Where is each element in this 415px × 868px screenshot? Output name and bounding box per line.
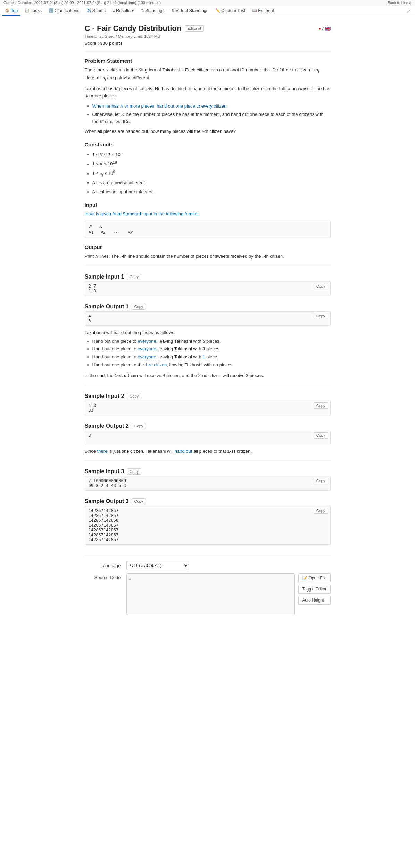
input-desc: Input is given from Standard Input in th… [85, 211, 331, 218]
custom-test-icon: ✏️ [215, 8, 220, 13]
sample-output-2-inner-copy-btn[interactable]: Copy [314, 432, 328, 439]
constraint-1: 1 ≤ N ≤ 2 × 105 [92, 150, 331, 159]
editor-buttons: 📝 Open File Toggle Editor Auto Height [298, 573, 330, 605]
nav-item-editorial[interactable]: 📖 Editorial [249, 6, 276, 16]
sample-output-1-box: 43 Copy [85, 311, 331, 326]
sample-input-1-heading-row: Sample Input 1 Copy [85, 274, 331, 280]
divider-1 [85, 51, 331, 52]
source-label: Source Code [85, 573, 126, 580]
editor-section: Language C++ (GCC 9.2.1) C (GCC 9.2.1) J… [85, 555, 331, 615]
explanation-1-bullet-2: Hand out one piece to everyone, leaving … [92, 346, 331, 353]
input-format-box: N Ka1 a2 ... aN [85, 221, 331, 238]
nav-item-virtual-standings[interactable]: ⇅ Virtual Standings [169, 6, 211, 16]
lang-flags: ● / 🇬🇧 [319, 26, 331, 31]
language-select[interactable]: C++ (GCC 9.2.1) C (GCC 9.2.1) Java (Open… [126, 561, 189, 570]
statement-line-3: When all pieces are handed out, how many… [85, 128, 331, 135]
source-editor[interactable]: 1 [126, 573, 295, 615]
score-line: Score : 300 points [85, 41, 331, 46]
editorial-icon: 📖 [252, 8, 257, 13]
nav-item-submit[interactable]: ✈️ Submit [84, 6, 109, 16]
sample-input-2-content: 1 333 [89, 403, 96, 413]
sample-output-3-heading-row: Sample Output 3 Copy [85, 498, 331, 504]
sample-input-3-copy-btn[interactable]: Copy [127, 468, 141, 475]
nav-item-top[interactable]: 🏠 Top [2, 6, 20, 16]
nav-bar: 🏠 Top 📋 Tasks ℹ️ Clarifications ✈️ Submi… [0, 6, 415, 16]
constraint-3: 1 ≤ ai ≤ 109 [92, 169, 331, 178]
source-code-row: Source Code 1 📝 Open File Toggle Editor … [85, 573, 331, 615]
standings-icon: ⇅ [141, 8, 144, 13]
input-format: N Ka1 a2 ... aN [89, 224, 133, 234]
sample-input-1-box: 2 71 8 Copy [85, 281, 331, 296]
problem-title: C - Fair Candy Distribution [85, 24, 182, 33]
sample-input-1-inner-copy-btn[interactable]: Copy [314, 283, 328, 289]
nav-label-standings: Standings [145, 8, 165, 13]
constraints-list: 1 ≤ N ≤ 2 × 105 1 ≤ K ≤ 1018 1 ≤ ai ≤ 10… [85, 150, 331, 196]
sample-input-1-heading: Sample Input 1 [85, 274, 124, 280]
sample-output-3-content: 1428571428571428571428571428571428581428… [89, 508, 119, 542]
line-number: 1 [129, 576, 131, 581]
back-to-home[interactable]: Back to Home [388, 1, 412, 5]
sample-output-3-inner-copy-btn[interactable]: Copy [314, 508, 328, 514]
nav-label-virtual-standings: Virtual Standings [176, 8, 208, 13]
output-desc: Print N lines. The i-th line should cont… [85, 253, 331, 260]
nav-label-editorial: Editorial [258, 8, 274, 13]
main-content: C - Fair Candy Distribution Editorial ● … [79, 16, 336, 629]
explanation-1-intro: Takahashi will hand out the pieces as fo… [85, 329, 331, 337]
flag-jp: ● [319, 27, 321, 31]
nav-label-clarifications: Clarifications [55, 8, 80, 13]
sample-input-1-copy-btn[interactable]: Copy [127, 274, 141, 280]
nav-item-custom-test[interactable]: ✏️ Custom Test [213, 6, 248, 16]
sample-input-2-box: 1 333 Copy [85, 401, 331, 415]
top-bar: Contest Duration: 2021-07-04(Sun) 20:00 … [0, 0, 415, 6]
divider-3 [85, 385, 331, 385]
sample-output-3-copy-btn[interactable]: Copy [132, 498, 146, 504]
nav-item-results[interactable]: ≡ Results ▾ [110, 6, 137, 16]
language-label: Language [85, 563, 126, 568]
sample-output-2-box: 3 Copy [85, 431, 331, 444]
problem-meta: Time Limit: 2 sec / Memory Limit: 1024 M… [85, 34, 331, 39]
info-icon: ℹ️ [49, 8, 53, 13]
flag-separator: / [322, 26, 324, 31]
sample-input-2-inner-copy-btn[interactable]: Copy [314, 402, 328, 409]
sample-output-1-inner-copy-btn[interactable]: Copy [314, 313, 328, 319]
submit-icon: ✈️ [86, 8, 91, 13]
nav-label-submit: Submit [92, 8, 106, 13]
nav-item-standings[interactable]: ⇅ Standings [138, 6, 167, 16]
sample-output-2-content: 3 [89, 433, 91, 438]
statement-line-1: There are N citizens in the Kingdom of T… [85, 67, 331, 83]
nav-item-clarifications[interactable]: ℹ️ Clarifications [46, 6, 82, 16]
auto-height-button[interactable]: Auto Height [298, 596, 330, 605]
language-row: Language C++ (GCC 9.2.1) C (GCC 9.2.1) J… [85, 561, 331, 570]
bullet-2: Otherwise, let K' be the number of piece… [92, 111, 331, 126]
explanation-1-bullet-1: Hand out one piece to everyone, leaving … [92, 338, 331, 345]
section-constraints: Constraints [85, 142, 331, 147]
virtual-standings-icon: ⇅ [172, 8, 175, 13]
sample-output-1-heading: Sample Output 1 [85, 304, 129, 310]
sample-input-2-copy-btn[interactable]: Copy [127, 393, 141, 399]
sample-output-1-copy-btn[interactable]: Copy [132, 304, 146, 310]
sample-input-3-heading-row: Sample Input 3 Copy [85, 468, 331, 475]
sample-input-2-heading: Sample Input 2 [85, 393, 124, 399]
sample-output-2-heading: Sample Output 2 [85, 423, 129, 429]
results-icon: ≡ [113, 9, 115, 13]
sample-output-1-content: 43 [89, 314, 91, 323]
sample-input-3-content: 7 100000000000099 8 2 4 43 5 3 [89, 478, 126, 488]
explanation-1-conclusion: In the end, the 1-st citizen will receiv… [85, 372, 331, 380]
explanation-1-bullet-3: Hand out one piece to everyone, leaving … [92, 354, 331, 361]
toggle-editor-button[interactable]: Toggle Editor [298, 585, 330, 594]
explanation-1: Takahashi will hand out the pieces as fo… [85, 329, 331, 369]
nav-label-tasks: Tasks [31, 8, 42, 13]
constraint-2: 1 ≤ K ≤ 1018 [92, 160, 331, 168]
editorial-badge[interactable]: Editorial [185, 25, 204, 32]
score-label: Score : [85, 41, 99, 46]
sample-input-3-inner-copy-btn[interactable]: Copy [314, 478, 328, 484]
sample-output-2-copy-btn[interactable]: Copy [132, 423, 146, 429]
nav-label-custom-test: Custom Test [221, 8, 245, 13]
constraint-4: All ai are pairwise different. [92, 179, 331, 187]
sample-input-3-heading: Sample Input 3 [85, 468, 124, 475]
nav-label-results: Results ▾ [116, 8, 134, 13]
open-file-button[interactable]: 📝 Open File [298, 573, 330, 582]
constraint-5: All values in input are integers. [92, 188, 331, 196]
nav-expand-icon[interactable]: ⤢ [405, 6, 413, 16]
nav-item-tasks[interactable]: 📋 Tasks [22, 6, 44, 16]
